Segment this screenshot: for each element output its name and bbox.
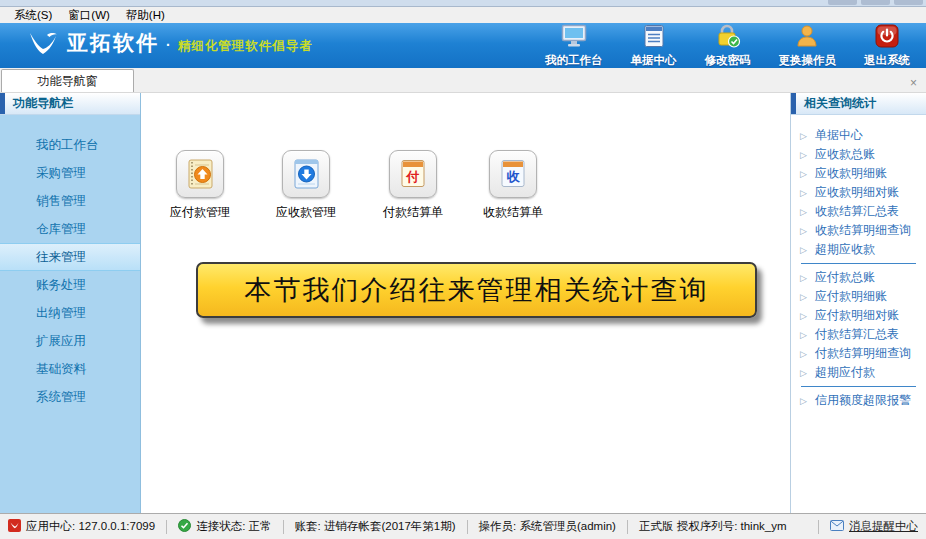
action-change-password[interactable]: 修改密码 <box>705 24 751 68</box>
menu-window[interactable]: 窗口(W) <box>60 8 118 23</box>
query-receivable-detail-ledger[interactable]: ▷ 应收款明细账 <box>791 164 926 183</box>
query-list: ▷ 单据中心 ▷ 应收款总账 ▷ 应收款明细账 ▷ 应收款明细对账 ▷ 收款 <box>791 115 926 410</box>
status-separator <box>166 520 167 534</box>
receivable-notepad-icon <box>282 150 330 198</box>
document-list-icon <box>642 24 666 52</box>
message-center-link[interactable]: 消息提醒中心 <box>830 519 918 534</box>
status-separator <box>467 520 468 534</box>
receipt-slip-icon: 收 <box>489 150 537 198</box>
minimize-button[interactable] <box>828 0 857 5</box>
query-label: 应收款总账 <box>815 146 875 163</box>
sidebar-item-accounts-current[interactable]: 往来管理 <box>0 243 140 271</box>
arrow-right-icon: ▷ <box>800 150 807 160</box>
brand: 亚拓软件 · 精细化管理软件倡导者 <box>26 29 313 63</box>
lock-check-icon <box>715 24 741 52</box>
arrow-right-icon: ▷ <box>800 245 807 255</box>
close-icon[interactable]: × <box>910 77 917 89</box>
window-titlebar <box>0 0 926 7</box>
arrow-right-icon: ▷ <box>800 368 807 378</box>
query-label: 付款结算汇总表 <box>815 326 899 343</box>
content-area: 功能导航栏 我的工作台 采购管理 销售管理 仓库管理 往来管理 账务处理 出纳管… <box>0 93 926 513</box>
query-label: 应付款总账 <box>815 269 875 286</box>
query-overdue-payable[interactable]: ▷ 超期应付款 <box>791 363 926 382</box>
query-receivable-detail-reconcile[interactable]: ▷ 应收款明细对账 <box>791 183 926 202</box>
sidebar-item-warehouse[interactable]: 仓库管理 <box>0 215 140 243</box>
header-actions: 我的工作台 单据中心 <box>545 24 910 68</box>
window-controls[interactable] <box>828 0 923 5</box>
query-payable-detail-ledger[interactable]: ▷ 应付款明细账 <box>791 287 926 306</box>
connection-ok-icon <box>178 519 191 534</box>
status-license: 正式版 授权序列号: think_ym <box>639 519 787 534</box>
application-window: 系统(S) 窗口(W) 帮助(H) 亚拓软件 · 精细化管理软件倡导者 <box>0 0 926 539</box>
sidebar-item-base-data[interactable]: 基础资料 <box>0 355 140 383</box>
left-panel-header: 功能导航栏 <box>0 93 140 115</box>
query-receipt-settle-summary[interactable]: ▷ 收款结算汇总表 <box>791 202 926 221</box>
arrow-right-icon: ▷ <box>800 349 807 359</box>
svg-text:收: 收 <box>507 169 521 184</box>
arrow-right-icon: ▷ <box>800 207 807 217</box>
panel-accent-bar <box>0 93 5 114</box>
query-label: 信用额度超限报警 <box>815 392 911 409</box>
action-label: 我的工作台 <box>545 53 603 68</box>
action-switch-operator[interactable]: 更换操作员 <box>779 24 837 68</box>
nav-list: 我的工作台 采购管理 销售管理 仓库管理 往来管理 账务处理 出纳管理 扩展应用… <box>0 115 140 411</box>
menu-help[interactable]: 帮助(H) <box>118 8 173 23</box>
envelope-icon <box>830 520 844 533</box>
action-exit-system[interactable]: 退出系统 <box>864 24 910 68</box>
payment-slip-icon: 付 <box>389 150 437 198</box>
query-label: 应收款明细账 <box>815 165 887 182</box>
query-payable-ledger[interactable]: ▷ 应付款总账 <box>791 268 926 287</box>
action-my-workbench[interactable]: 我的工作台 <box>545 24 603 68</box>
query-label: 单据中心 <box>815 127 863 144</box>
status-message-center: 消息提醒中心 <box>818 519 918 534</box>
sidebar-item-purchase[interactable]: 采购管理 <box>0 159 140 187</box>
query-payable-detail-reconcile[interactable]: ▷ 应付款明细对账 <box>791 306 926 325</box>
arrow-right-icon: ▷ <box>800 226 807 236</box>
query-credit-limit-alarm[interactable]: ▷ 信用额度超限报警 <box>791 391 926 410</box>
status-account-set: 账套: 进销存帐套(2017年第1期) <box>295 519 456 534</box>
query-label: 应付款明细账 <box>815 288 887 305</box>
sidebar-item-my-workbench[interactable]: 我的工作台 <box>0 131 140 159</box>
close-button[interactable] <box>894 0 923 5</box>
lesson-banner: 本节我们介绍往来管理相关统计查询 <box>196 262 757 318</box>
arrow-right-icon: ▷ <box>800 169 807 179</box>
sidebar-item-accounting[interactable]: 账务处理 <box>0 271 140 299</box>
shortcut-payment-settlement[interactable]: 付 付款结算单 <box>368 150 458 221</box>
action-label: 更换操作员 <box>779 53 837 68</box>
shortcut-label: 应付款管理 <box>170 204 230 221</box>
monitor-icon <box>561 24 587 52</box>
query-overdue-receivable[interactable]: ▷ 超期应收款 <box>791 240 926 259</box>
maximize-button[interactable] <box>861 0 890 5</box>
tab-function-nav[interactable]: 功能导航窗 <box>1 69 134 92</box>
shortcut-receivable-management[interactable]: 应收款管理 <box>261 150 351 221</box>
menu-system[interactable]: 系统(S) <box>6 8 60 23</box>
action-label: 修改密码 <box>705 53 751 68</box>
shortcut-receipt-settlement[interactable]: 收 收款结算单 <box>468 150 558 221</box>
shortcut-payable-management[interactable]: 应付款管理 <box>155 150 245 221</box>
action-label: 单据中心 <box>631 53 677 68</box>
tab-bar: 功能导航窗 × <box>0 68 926 93</box>
connection-text: 连接状态: 正常 <box>196 519 271 534</box>
sidebar-item-cashier[interactable]: 出纳管理 <box>0 299 140 327</box>
query-receivable-ledger[interactable]: ▷ 应收款总账 <box>791 145 926 164</box>
status-operator: 操作员: 系统管理员(admin) <box>479 519 616 534</box>
query-receipt-settle-detail[interactable]: ▷ 收款结算明细查询 <box>791 221 926 240</box>
status-separator <box>627 520 628 534</box>
sidebar-item-sales[interactable]: 销售管理 <box>0 187 140 215</box>
group-divider <box>801 263 916 264</box>
right-panel-header: 相关查询统计 <box>791 93 926 115</box>
sidebar-item-system-manage[interactable]: 系统管理 <box>0 383 140 411</box>
query-payment-settle-summary[interactable]: ▷ 付款结算汇总表 <box>791 325 926 344</box>
arrow-right-icon: ▷ <box>800 311 807 321</box>
status-bar: 应用中心: 127.0.0.1:7099 连接状态: 正常 账套: 进销存帐套(… <box>0 513 926 539</box>
left-nav-panel: 功能导航栏 我的工作台 采购管理 销售管理 仓库管理 往来管理 账务处理 出纳管… <box>0 93 141 513</box>
action-document-center[interactable]: 单据中心 <box>631 24 677 68</box>
arrow-right-icon: ▷ <box>800 396 807 406</box>
query-document-center[interactable]: ▷ 单据中心 <box>791 126 926 145</box>
status-separator <box>283 520 284 534</box>
payable-notebook-icon <box>176 150 224 198</box>
query-label: 收款结算汇总表 <box>815 203 899 220</box>
status-app-center: 应用中心: 127.0.0.1:7099 <box>8 519 155 534</box>
sidebar-item-extended-apps[interactable]: 扩展应用 <box>0 327 140 355</box>
query-payment-settle-detail[interactable]: ▷ 付款结算明细查询 <box>791 344 926 363</box>
